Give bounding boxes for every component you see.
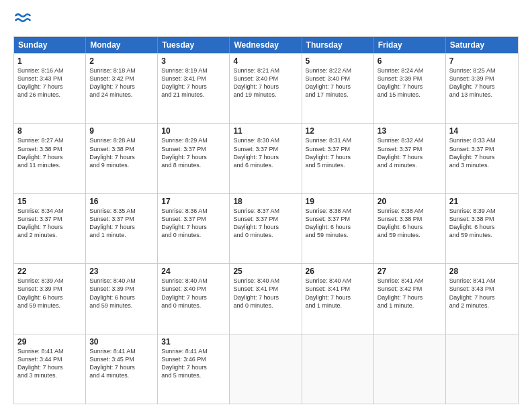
calendar-day-17: 17Sunrise: 8:36 AMSunset: 3:37 PMDayligh… — [158, 194, 230, 263]
cell-info-line: Sunset: 3:40 PM — [306, 75, 370, 83]
day-number: 15 — [17, 197, 82, 206]
cell-info-line: and 5 minutes. — [306, 161, 370, 169]
cell-info-line: and 3 minutes. — [449, 161, 515, 169]
header-day-friday: Friday — [374, 37, 446, 53]
day-number: 20 — [378, 197, 442, 206]
cell-info-line: Daylight: 7 hours — [89, 223, 154, 231]
cell-info-line: Sunrise: 8:28 AM — [89, 136, 154, 144]
cell-info-line: Sunset: 3:37 PM — [161, 215, 226, 223]
cell-info-line: and 59 minutes. — [89, 302, 154, 310]
calendar-body: 1Sunrise: 8:16 AMSunset: 3:43 PMDaylight… — [14, 53, 518, 404]
day-number: 22 — [17, 267, 82, 276]
day-number: 10 — [161, 126, 226, 136]
cell-info-line: Daylight: 7 hours — [17, 153, 82, 161]
cell-info-line: Daylight: 7 hours — [378, 153, 442, 161]
cell-info-line: Daylight: 7 hours — [89, 83, 154, 91]
cell-info-line: Daylight: 7 hours — [161, 83, 226, 91]
cell-info-line: Daylight: 7 hours — [233, 153, 298, 161]
cell-info-line: Sunrise: 8:25 AM — [449, 66, 515, 75]
cell-info-line: and 6 minutes. — [233, 161, 298, 169]
day-number: 30 — [89, 337, 154, 347]
cell-info-line: Sunrise: 8:35 AM — [89, 207, 154, 215]
day-number: 9 — [89, 126, 154, 136]
calendar-day-9: 9Sunrise: 8:28 AMSunset: 3:38 PMDaylight… — [86, 124, 158, 193]
calendar-day-16: 16Sunrise: 8:35 AMSunset: 3:37 PMDayligh… — [86, 194, 158, 263]
header-day-thursday: Thursday — [302, 37, 374, 53]
cell-info-line: Daylight: 7 hours — [378, 83, 442, 91]
cell-info-line: Daylight: 7 hours — [161, 153, 226, 161]
cell-info-line: Sunrise: 8:40 AM — [89, 277, 154, 285]
cell-info-line: and 0 minutes. — [161, 302, 226, 310]
cell-info-line: Sunrise: 8:39 AM — [17, 277, 82, 285]
calendar-week-1: 1Sunrise: 8:16 AMSunset: 3:43 PMDaylight… — [14, 53, 518, 123]
calendar-day-6: 6Sunrise: 8:24 AMSunset: 3:39 PMDaylight… — [374, 54, 446, 123]
day-number: 11 — [233, 126, 298, 136]
cell-info-line: and 0 minutes. — [233, 302, 298, 310]
cell-info-line: and 21 minutes. — [161, 91, 226, 99]
cell-info-line: Sunset: 3:39 PM — [449, 75, 515, 83]
calendar-week-2: 8Sunrise: 8:27 AMSunset: 3:38 PMDaylight… — [14, 123, 518, 193]
day-number: 27 — [378, 267, 442, 276]
cell-info-line: and 2 minutes. — [17, 231, 82, 239]
cell-info-line: Sunrise: 8:34 AM — [17, 207, 82, 215]
day-number: 2 — [89, 56, 154, 66]
cell-info-line: Sunset: 3:45 PM — [89, 355, 154, 363]
cell-info-line: and 59 minutes. — [449, 231, 515, 239]
cell-info-line: Daylight: 7 hours — [89, 363, 154, 371]
cell-info-line: and 4 minutes. — [378, 161, 442, 169]
cell-info-line: Sunset: 3:37 PM — [161, 145, 226, 153]
cell-info-line: Sunset: 3:38 PM — [449, 215, 515, 223]
cell-info-line: and 19 minutes. — [233, 91, 298, 99]
header-day-wednesday: Wednesday — [230, 37, 302, 53]
cell-info-line: Sunrise: 8:36 AM — [161, 207, 226, 215]
cell-info-line: Daylight: 7 hours — [161, 293, 226, 302]
cell-info-line: Daylight: 7 hours — [233, 83, 298, 91]
cell-info-line: Daylight: 7 hours — [306, 153, 370, 161]
calendar-day-15: 15Sunrise: 8:34 AMSunset: 3:37 PMDayligh… — [14, 194, 86, 263]
calendar-day-18: 18Sunrise: 8:37 AMSunset: 3:37 PMDayligh… — [230, 194, 302, 263]
cell-info-line: Sunrise: 8:31 AM — [306, 136, 370, 144]
cell-info-line: Sunset: 3:41 PM — [306, 285, 370, 293]
header-day-tuesday: Tuesday — [158, 37, 230, 53]
cell-info-line: and 9 minutes. — [89, 161, 154, 169]
calendar-day-31: 31Sunrise: 8:41 AMSunset: 3:46 PMDayligh… — [158, 334, 230, 404]
day-number: 17 — [161, 197, 226, 206]
cell-info-line: Daylight: 6 hours — [89, 293, 154, 302]
cell-info-line: Daylight: 7 hours — [17, 223, 82, 231]
calendar-empty-cell — [446, 334, 518, 404]
calendar-day-23: 23Sunrise: 8:40 AMSunset: 3:39 PMDayligh… — [86, 264, 158, 333]
day-number: 31 — [161, 337, 226, 347]
cell-info-line: Sunrise: 8:29 AM — [161, 136, 226, 144]
day-number: 5 — [306, 56, 370, 66]
cell-info-line: Sunrise: 8:39 AM — [449, 207, 515, 215]
cell-info-line: Sunrise: 8:38 AM — [306, 207, 370, 215]
calendar-empty-cell — [230, 334, 302, 404]
cell-info-line: Sunset: 3:40 PM — [233, 75, 298, 83]
cell-info-line: Sunrise: 8:16 AM — [17, 66, 82, 75]
cell-info-line: Sunset: 3:46 PM — [161, 355, 226, 363]
day-number: 14 — [449, 126, 515, 136]
cell-info-line: Daylight: 7 hours — [233, 223, 298, 231]
cell-info-line: Sunrise: 8:40 AM — [233, 277, 298, 285]
cell-info-line: and 13 minutes. — [449, 91, 515, 99]
cell-info-line: Sunset: 3:43 PM — [449, 285, 515, 293]
calendar-day-12: 12Sunrise: 8:31 AMSunset: 3:37 PMDayligh… — [302, 124, 374, 193]
cell-info-line: Sunrise: 8:41 AM — [161, 347, 226, 355]
cell-info-line: Daylight: 6 hours — [449, 223, 515, 231]
header — [13, 11, 519, 30]
day-number: 23 — [89, 267, 154, 276]
cell-info-line: Sunset: 3:37 PM — [233, 215, 298, 223]
calendar-day-11: 11Sunrise: 8:30 AMSunset: 3:37 PMDayligh… — [230, 124, 302, 193]
cell-info-line: and 59 minutes. — [378, 231, 442, 239]
cell-info-line: and 3 minutes. — [17, 371, 82, 379]
calendar-week-5: 29Sunrise: 8:41 AMSunset: 3:44 PMDayligh… — [14, 334, 518, 404]
cell-info-line: Daylight: 6 hours — [306, 223, 370, 231]
cell-info-line: Sunset: 3:37 PM — [17, 215, 82, 223]
cell-info-line: Sunset: 3:39 PM — [378, 75, 442, 83]
day-number: 25 — [233, 267, 298, 276]
cell-info-line: Sunrise: 8:18 AM — [89, 66, 154, 75]
cell-info-line: and 15 minutes. — [378, 91, 442, 99]
day-number: 4 — [233, 56, 298, 66]
cell-info-line: Daylight: 7 hours — [449, 83, 515, 91]
calendar-day-3: 3Sunrise: 8:19 AMSunset: 3:41 PMDaylight… — [158, 54, 230, 123]
